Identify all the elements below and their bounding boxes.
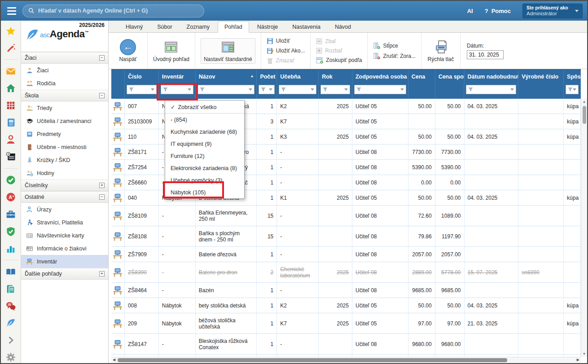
save-as-button[interactable]: Uložiť Ako... — [267, 48, 305, 54]
column-filter-invent-r[interactable] — [161, 85, 193, 94]
ai-button[interactable]: AI — [467, 8, 473, 14]
hamburger-menu-icon[interactable] — [4, 4, 20, 18]
tab-n-stroje[interactable]: Nástroje — [251, 22, 285, 32]
table-row[interactable]: 209Nábytokbéžová stolička učiteľská1K720… — [111, 313, 581, 334]
delete-button[interactable]: Zmazať — [267, 57, 305, 64]
sidebar-section--seln-ky[interactable]: Číselníky+ — [21, 180, 108, 191]
magic-wand-icon[interactable] — [5, 42, 17, 53]
messages-icon[interactable] — [5, 301, 17, 312]
column-filter-n-zov[interactable] — [197, 85, 255, 94]
column-filter-po-et[interactable] — [259, 85, 275, 94]
vertical-scrollbar[interactable]: ▲ ▼ — [581, 99, 587, 357]
calendar-clock-icon[interactable] — [5, 151, 17, 162]
notebook-icon[interactable] — [5, 117, 17, 128]
sidebar-item-úrazy[interactable]: Úrazy — [21, 203, 108, 216]
sidebar-section--iaci[interactable]: Žiaci− — [21, 52, 108, 64]
column-header-zodpovedn-osoba[interactable]: Zodpovedná osoba — [352, 70, 408, 84]
scroll-down-icon[interactable]: ▼ — [581, 352, 587, 356]
column-filter--slo[interactable] — [127, 85, 157, 94]
documents-icon[interactable] — [5, 283, 17, 294]
stats-icon[interactable] — [5, 243, 17, 254]
sidebar-item-triedy[interactable]: Triedy — [21, 101, 108, 114]
expand-section-icon[interactable]: + — [99, 271, 105, 276]
column-header-n-zov[interactable]: Názov▲ — [196, 70, 257, 84]
expand-button[interactable]: Rozbaľ — [316, 48, 362, 54]
set-default-button[interactable]: Nastaviť štandardné — [201, 38, 255, 64]
grades-icon[interactable]: A+ — [5, 192, 17, 203]
sidebar-item-inventár[interactable]: Inventár — [21, 255, 108, 268]
tab-s-bor[interactable]: Súbor — [151, 22, 178, 32]
vertical-scroll-thumb[interactable] — [583, 106, 586, 124]
sidebar-section-ostatn-[interactable]: Ostatné− — [21, 191, 108, 203]
back-button[interactable]: ← Naspäť — [114, 39, 142, 62]
gear-icon[interactable] — [5, 352, 17, 363]
column-filter-sp-sob[interactable] — [566, 85, 579, 94]
table-row[interactable]: ZŠ8108-Baňka s plochým dnem - 250 ml15-U… — [111, 226, 581, 247]
star-icon[interactable] — [5, 25, 17, 36]
column-filter-rok[interactable] — [320, 85, 350, 94]
expand-section-icon[interactable]: + — [99, 183, 105, 188]
column-header-cena-spolu[interactable]: Cena spolu — [435, 70, 465, 84]
column-filter-zodpovedn-osoba[interactable] — [354, 85, 406, 94]
sidebar-section--al-ie-poh-ady[interactable]: Ďalšie pohľady+ — [21, 268, 108, 280]
column-filter-u-eb-a[interactable] — [279, 85, 316, 94]
date-input[interactable] — [467, 50, 504, 59]
column-header-icon[interactable] — [111, 70, 125, 84]
sidebar-item-návštevnícke-karty[interactable]: Návštevnícke karty — [21, 229, 108, 242]
security-shield-icon[interactable] — [5, 226, 17, 237]
column-header-rok[interactable]: Rok — [319, 70, 352, 84]
attendance-check-icon[interactable] — [5, 175, 17, 186]
table-row[interactable]: ZŠ8464-Bazén1-Učiteľ 089685.009685.00 — [111, 283, 581, 298]
dropdown-option-it-equipment-9-[interactable]: IT equipment (9) — [165, 138, 244, 150]
table-row[interactable]: ZŠ7909-Baterie dřezová1-Učiteľ 082057.00… — [111, 247, 581, 262]
sidebar-item-hodiny[interactable]: Hodiny — [21, 167, 108, 180]
table-row[interactable]: ZŠ8109-Baňka Erlenmeyera, 250 ml15-Učite… — [111, 206, 581, 226]
column-header-sp-sob[interactable]: Spôsob — [564, 70, 581, 84]
table-row[interactable]: ZŠ8147-Bleskojistka růžková Conatex1-Uči… — [111, 334, 581, 355]
home-view-button[interactable]: Úvodný pohľad — [153, 39, 189, 62]
column-filter-d-tum-nadobudnutia[interactable] — [466, 85, 516, 94]
sidebar-section--kola[interactable]: Škola− — [21, 90, 108, 101]
dropdown-option-n-bytok-105-[interactable]: Nábytok (105) — [165, 186, 244, 198]
sidebar-item-krúžky-škd[interactable]: Krúžky / ŠKD — [21, 153, 108, 167]
mail-icon[interactable] — [5, 66, 17, 77]
group-by-button[interactable]: Zoskupiť podľa — [316, 57, 362, 64]
dropdown-option-elektronick-zariadenia-8-[interactable]: Elektronické zariadenia (8) — [165, 162, 244, 174]
scroll-left-icon[interactable]: ◀ — [113, 358, 115, 362]
sidebar-item-rodičia[interactable]: Rodičia — [21, 77, 108, 90]
horizontal-scrollbar[interactable]: ◀ ▶ — [111, 357, 581, 363]
column-header-cena[interactable]: Cena — [408, 70, 435, 84]
tab-hlavn-[interactable]: Hlavný — [119, 22, 149, 32]
home-icon[interactable] — [5, 83, 17, 94]
sidebar-item-stravníci-platitelia[interactable]: Stravníci, Platitelia — [21, 216, 108, 229]
dropdown-option--854-[interactable]: - (854) — [165, 114, 244, 126]
tab-n-vod[interactable]: Návod — [329, 22, 357, 32]
sidebar-item-predmety[interactable]: Predmety — [21, 127, 108, 140]
table-row[interactable]: ZŠ8390-Baterie pro dron2Chemické laborat… — [111, 262, 581, 283]
global-search[interactable] — [22, 4, 204, 18]
tab-poh-ad[interactable]: Pohľad — [218, 21, 249, 33]
column-header--slo[interactable]: Číslo — [125, 70, 159, 84]
table-row[interactable]: 008Nábytokbety stolička detská1K22025Uči… — [111, 298, 581, 313]
dropdown-option-furniture-12-[interactable]: Furniture (12) — [165, 150, 244, 162]
column-header-invent-r[interactable]: Inventár — [159, 70, 196, 84]
columns-button[interactable]: Stĺpce — [373, 42, 416, 49]
expand-chevron-icon[interactable] — [5, 335, 17, 346]
horizontal-scroll-thumb[interactable] — [118, 358, 507, 362]
dropdown-option-zobrazi-v-etko[interactable]: ✓Zobraziť všetko — [165, 101, 244, 114]
cancel-sort-button[interactable]: Zrušiť: Zora... — [373, 53, 416, 60]
sidebar-item-učebne-miestnosti[interactable]: Učebne - miestnosti — [21, 140, 108, 153]
collapse-section-icon[interactable]: − — [99, 93, 105, 98]
search-input[interactable] — [38, 8, 198, 14]
asc-pen-icon[interactable] — [5, 318, 17, 329]
collapse-section-icon[interactable]: − — [99, 194, 105, 200]
dropdown-option-kuchynsk-zariadenie-68-[interactable]: Kuchynské zariadenie (68) — [165, 126, 244, 138]
help-button[interactable]: ? Pomoc — [485, 8, 511, 14]
user-menu[interactable]: Ste prihlásený ako Administrátor — [522, 4, 583, 18]
column-header-u-eb-a[interactable]: Učebňa — [277, 70, 319, 84]
scroll-up-icon[interactable]: ▲ — [581, 100, 587, 104]
library-icon[interactable] — [5, 266, 17, 277]
tab-nastavenia[interactable]: Nastavenia — [286, 22, 327, 32]
column-header-v-robn-slo[interactable]: Výrobné číslo — [518, 70, 564, 84]
collapse-section-icon[interactable]: − — [99, 55, 105, 61]
